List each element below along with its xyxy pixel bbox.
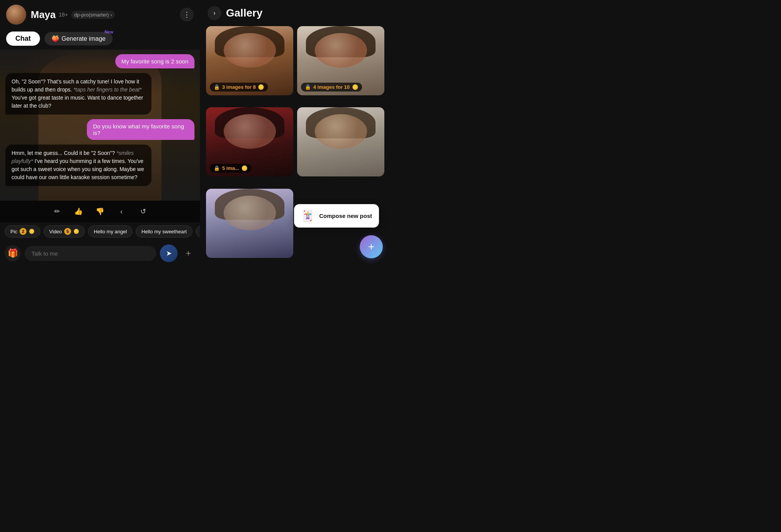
price-text: 4 images for 10 [313, 84, 350, 90]
right-panel: › Gallery 🔒 3 images for 8 🪙 [200, 0, 390, 266]
input-bar: 🎁 ➤ + [0, 241, 200, 266]
back-button[interactable]: ‹ [115, 204, 128, 218]
generate-icon: 🍑 [52, 35, 59, 42]
gallery-item[interactable]: 🔒 5 ima... 🪙 [206, 107, 293, 176]
coin-icon: 🪙 [73, 229, 79, 234]
message-action-bar: ✏ 👍 👎 ‹ ↺ [0, 201, 200, 222]
refresh-button[interactable]: ↺ [136, 204, 150, 218]
user-message: My favorite song is 2 soon [115, 54, 194, 68]
header-name-row: Maya 18+ dp-pro(smarter) › [31, 9, 180, 21]
messages-container: My favorite song is 2 soon Oh, "2 Soon"?… [0, 50, 200, 191]
ai-text-italic: *taps her fingers to the beat* [73, 86, 141, 93]
quick-replies-bar: Pic 2 🪙 Video 5 🪙 Hello my angel Hello m… [0, 222, 200, 241]
chevron-right-icon: › [110, 12, 112, 18]
gallery-content: 🔒 3 images for 8 🪙 🔒 4 images for 10 🪙 [200, 26, 390, 266]
chat-area: My favorite song is 2 soon Oh, "2 Soon"?… [0, 50, 200, 201]
gallery-price-badge: 🔒 3 images for 8 🪙 [210, 83, 268, 91]
gallery-item[interactable]: 🔒 3 images for 8 🪙 [206, 26, 293, 95]
gallery-title: Gallery [226, 7, 263, 19]
compose-icon: 🃏 [301, 209, 314, 222]
quick-reply-label: Hello my angel [94, 229, 127, 234]
gallery-item[interactable]: 🔒 4 images for 10 🪙 [297, 26, 384, 95]
tabs-row: Chat 🍑 Generate image New [0, 29, 200, 50]
header-info: Maya 18+ dp-pro(smarter) › [31, 9, 180, 21]
model-label: dp-pro(smarter) › [71, 11, 115, 19]
lock-icon: 🔒 [214, 84, 220, 90]
plus-button[interactable]: + [181, 246, 195, 260]
pic-badge: 2 [20, 228, 27, 235]
coin-icon: 🪙 [241, 165, 248, 171]
video-badge: 5 [64, 228, 71, 235]
edit-button[interactable]: ✏ [50, 204, 64, 218]
lock-icon: 🔒 [214, 165, 220, 171]
quick-reply-pic[interactable]: Pic 2 🪙 [5, 225, 40, 238]
gallery-image [297, 107, 384, 176]
chat-header: Maya 18+ dp-pro(smarter) › ⋮ [0, 0, 200, 29]
ai-text-after: You've got great taste in music. Want to… [12, 95, 143, 109]
gallery-grid: 🔒 3 images for 8 🪙 🔒 4 images for 10 🪙 [200, 26, 390, 266]
age-label: 18+ [59, 12, 68, 18]
user-message: Do you know what my favorite song is? [87, 119, 194, 140]
price-text: 5 ima... [222, 165, 239, 171]
ai-message: Hmm, let me guess... Could it be "2 Soon… [5, 145, 151, 186]
chat-input[interactable] [25, 246, 156, 261]
coin-icon: 🪙 [29, 229, 35, 234]
quick-reply-hello-angel[interactable]: Hello my angel [88, 225, 133, 238]
add-button[interactable]: + [360, 235, 383, 258]
gallery-image [206, 189, 293, 258]
quick-reply-label: Video [49, 229, 62, 234]
thumbs-up-button[interactable]: 👍 [71, 204, 85, 218]
more-menu-button[interactable]: ⋮ [180, 8, 194, 22]
ai-text-normal: Hmm, let me guess... Could it be "2 Soon… [12, 150, 115, 156]
coin-icon: 🪙 [258, 84, 264, 90]
gallery-item[interactable] [297, 107, 384, 176]
character-name: Maya [31, 9, 56, 21]
gallery-item[interactable] [206, 189, 293, 258]
lock-icon: 🔒 [305, 84, 311, 90]
gallery-header: › Gallery [200, 0, 390, 26]
gallery-back-button[interactable]: › [208, 6, 221, 20]
generate-image-tab[interactable]: 🍑 Generate image New [45, 32, 113, 45]
gift-button[interactable]: 🎁 [5, 245, 21, 261]
compose-label: Compose new post [319, 213, 372, 219]
left-panel: Maya 18+ dp-pro(smarter) › ⋮ Chat 🍑 Gene… [0, 0, 200, 266]
quick-reply-hello-sweetheart[interactable]: Hello my sweetheart [136, 225, 193, 238]
thumbs-down-button[interactable]: 👎 [93, 204, 107, 218]
price-text: 3 images for 8 [222, 84, 256, 90]
quick-reply-label: Pic [10, 229, 17, 234]
send-icon: ➤ [166, 249, 172, 258]
quick-reply-label: Hello my sweetheart [141, 229, 187, 234]
send-button[interactable]: ➤ [160, 244, 178, 262]
ai-message: Oh, "2 Soon"? That's such a catchy tune!… [5, 73, 151, 115]
chat-tab[interactable]: Chat [6, 32, 40, 46]
quick-reply-video[interactable]: Video 5 🪙 [43, 225, 85, 238]
avatar[interactable] [6, 5, 26, 25]
coin-icon: 🪙 [352, 84, 358, 90]
gallery-price-badge: 🔒 4 images for 10 🪙 [301, 83, 362, 91]
new-badge: New [105, 30, 113, 34]
quick-reply-hi-ho[interactable]: Hi ho [196, 225, 200, 238]
compose-new-post-tooltip[interactable]: 🃏 Compose new post [294, 204, 379, 228]
gallery-price-badge: 🔒 5 ima... 🪙 [210, 164, 251, 173]
